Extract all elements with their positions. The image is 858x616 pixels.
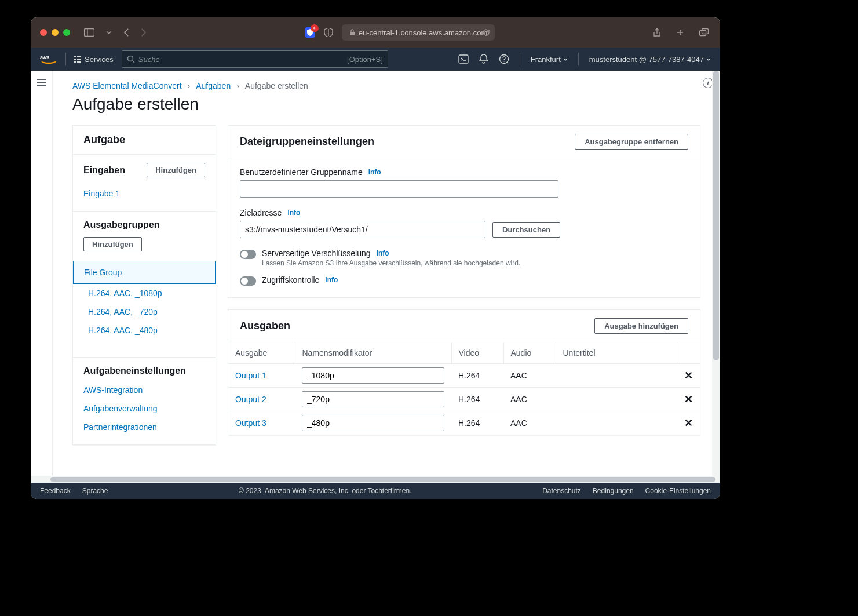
- col-video: Video: [451, 342, 503, 364]
- cookies-link[interactable]: Cookie-Einstellungen: [645, 487, 711, 495]
- file-group-link[interactable]: File Group: [84, 268, 122, 277]
- new-tab-icon[interactable]: [674, 25, 687, 39]
- remove-output-group-button[interactable]: Ausgabegruppe entfernen: [575, 134, 688, 150]
- info-link[interactable]: Info: [377, 249, 389, 257]
- add-input-button[interactable]: Hinzufügen: [147, 163, 205, 177]
- name-modifier-input[interactable]: [302, 367, 444, 384]
- output-link[interactable]: Output 2: [235, 395, 266, 404]
- chevron-right-icon: ›: [236, 81, 239, 90]
- add-output-button[interactable]: Ausgabe hinzufügen: [594, 318, 688, 334]
- privacy-shield-icon[interactable]: [322, 25, 335, 39]
- region-label: Frankfurt: [531, 55, 561, 64]
- hamburger-icon[interactable]: [37, 79, 46, 86]
- divider: [520, 53, 520, 65]
- video-codec: H.264: [451, 364, 503, 388]
- extension-badge: 4: [311, 24, 318, 32]
- search-input[interactable]: Suche [Option+S]: [122, 50, 388, 68]
- breadcrumb-level1[interactable]: Aufgaben: [196, 81, 231, 90]
- output-groups-title: Ausgabegruppen: [83, 220, 205, 230]
- table-row: Output 1 H.264 AAC ✕: [228, 364, 700, 388]
- sidebar-settings-item[interactable]: AWS-Integration: [83, 381, 205, 399]
- sidebar-output-item[interactable]: H.264, AAC, _720p: [88, 302, 205, 321]
- breadcrumb-current: Aufgabe erstellen: [245, 81, 308, 90]
- subtitle-cell: [556, 411, 677, 435]
- output-link[interactable]: Output 1: [235, 371, 266, 380]
- info-link[interactable]: Info: [325, 276, 338, 284]
- aws-logo[interactable]: aws: [40, 54, 57, 64]
- share-icon[interactable]: [651, 25, 663, 39]
- browse-button[interactable]: Durchsuchen: [492, 222, 560, 238]
- page-title: Aufgabe erstellen: [72, 95, 700, 114]
- privacy-link[interactable]: Datenschutz: [542, 487, 581, 495]
- horizontal-scrollbar[interactable]: [31, 476, 720, 483]
- collapse-rail: [31, 71, 53, 476]
- access-control-toggle[interactable]: [240, 276, 256, 286]
- services-label: Services: [85, 55, 114, 64]
- help-icon[interactable]: [499, 54, 509, 64]
- remove-output-icon[interactable]: ✕: [677, 411, 700, 435]
- remove-output-icon[interactable]: ✕: [677, 388, 700, 411]
- account-selector[interactable]: musterstudent @ 7577-7387-4047: [589, 55, 711, 64]
- services-menu[interactable]: Services: [74, 55, 114, 64]
- reload-icon[interactable]: [482, 28, 490, 37]
- table-row: Output 3 H.264 AAC ✕: [228, 411, 700, 435]
- group-name-input[interactable]: [240, 180, 558, 198]
- notifications-icon[interactable]: [479, 54, 488, 64]
- safari-toolbar: 4 eu-central-1.console.aws.amazon.com: [31, 17, 720, 48]
- remove-output-icon[interactable]: ✕: [677, 364, 700, 388]
- chevron-down-icon[interactable]: [104, 28, 114, 37]
- sidebar-settings-item[interactable]: Partnerintegrationen: [83, 418, 205, 436]
- url-bar[interactable]: eu-central-1.console.aws.amazon.com: [342, 24, 495, 41]
- language-link[interactable]: Sprache: [82, 487, 108, 495]
- add-output-group-button[interactable]: Hinzufügen: [83, 237, 142, 251]
- chevron-down-icon: [563, 58, 568, 61]
- minimize-window-button[interactable]: [52, 29, 59, 36]
- destination-input[interactable]: [240, 221, 485, 238]
- back-button[interactable]: [121, 26, 132, 39]
- chevron-down-icon: [706, 58, 711, 61]
- fg-settings-title: Dateigruppeneinstellungen: [240, 136, 374, 148]
- col-subtitle: Untertitel: [556, 342, 677, 364]
- terms-link[interactable]: Bedingungen: [593, 487, 634, 495]
- tabs-overview-icon[interactable]: [697, 25, 711, 39]
- chevron-right-icon: ›: [188, 81, 191, 90]
- svg-point-7: [127, 56, 133, 61]
- info-link[interactable]: Info: [287, 209, 300, 217]
- encryption-desc: Lassen Sie Amazon S3 Ihre Ausgabe versch…: [262, 259, 520, 267]
- sidebar-toggle-icon[interactable]: [82, 26, 97, 39]
- forward-button[interactable]: [138, 26, 149, 39]
- name-modifier-input[interactable]: [302, 391, 444, 407]
- file-group-settings-panel: Dateigruppeneinstellungen Ausgabegruppe …: [228, 125, 700, 298]
- grid-icon: [74, 56, 81, 63]
- sidebar-input-item[interactable]: Eingabe 1: [83, 184, 205, 203]
- output-link[interactable]: Output 3: [235, 418, 266, 428]
- svg-rect-5: [702, 29, 709, 34]
- feedback-link[interactable]: Feedback: [40, 487, 71, 495]
- extension-icon[interactable]: 4: [305, 27, 315, 38]
- sidebar-output-item[interactable]: H.264, AAC, _480p: [88, 321, 205, 340]
- group-name-label: Benutzerdefinierter Gruppenname: [240, 167, 363, 177]
- sidebar-output-group-selected[interactable]: File Group: [73, 261, 216, 284]
- safari-window: 4 eu-central-1.console.aws.amazon.com: [31, 17, 720, 499]
- content-scroll[interactable]: i AWS Elemental MediaConvert › Aufgaben …: [53, 71, 720, 476]
- audio-codec: AAC: [503, 388, 556, 411]
- search-icon: [127, 55, 135, 63]
- encryption-toggle[interactable]: [240, 250, 256, 259]
- job-settings-title: Aufgabeneinstellungen: [83, 366, 205, 376]
- scrollbar-thumb[interactable]: [713, 71, 719, 360]
- sidebar-output-item[interactable]: H.264, AAC, _1080p: [88, 284, 205, 302]
- col-audio: Audio: [503, 342, 556, 364]
- region-selector[interactable]: Frankfurt: [531, 55, 568, 64]
- table-row: Output 2 H.264 AAC ✕: [228, 388, 700, 411]
- vertical-scrollbar[interactable]: [712, 71, 720, 476]
- sidebar-settings-item[interactable]: Aufgabenverwaltung: [83, 399, 205, 418]
- info-link[interactable]: Info: [368, 168, 381, 176]
- svg-text:aws: aws: [40, 54, 49, 60]
- name-modifier-input[interactable]: [302, 415, 444, 431]
- cloudshell-icon[interactable]: [458, 54, 469, 64]
- breadcrumb-root[interactable]: AWS Elemental MediaConvert: [72, 81, 182, 90]
- svg-rect-4: [700, 31, 706, 36]
- close-window-button[interactable]: [40, 29, 47, 36]
- scrollbar-thumb[interactable]: [50, 477, 715, 482]
- maximize-window-button[interactable]: [63, 29, 70, 36]
